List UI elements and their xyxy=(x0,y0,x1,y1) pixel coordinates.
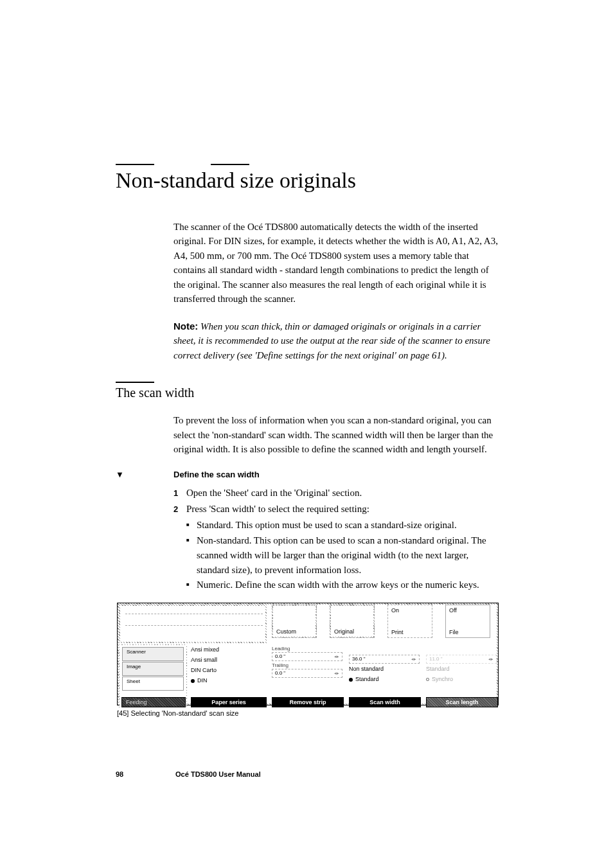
top-tab-original-label: Original xyxy=(334,628,354,635)
btn-paper-series: Paper series xyxy=(191,697,267,707)
paper-series-column: Ansi mixed Ansi small DIN Carto DIN xyxy=(191,644,267,696)
side-tab-sheet: Sheet xyxy=(122,677,184,691)
top-tab-print: OnPrint xyxy=(387,605,432,638)
top-tab-file: OffFile xyxy=(445,605,490,638)
opt-ansi-small: Ansi small xyxy=(191,655,267,665)
procedure-title: Define the scan width xyxy=(173,470,501,479)
opt-ansi-mixed: Ansi mixed xyxy=(191,644,267,655)
scanner-panel-figure: Custom Original OnPrint OffFile Scanner … xyxy=(117,603,499,705)
figure-caption: [45] Selecting 'Non-standard' scan size xyxy=(117,709,499,717)
page-title: Non-standard size originals xyxy=(116,168,501,194)
intro-paragraph: The scanner of the Océ TDS800 automatica… xyxy=(173,220,501,306)
step-1: 1 Open the 'Sheet' card in the 'Original… xyxy=(173,486,501,500)
stepper-icon: ◂▸ xyxy=(334,669,339,677)
leading-value: 0.0 "◂▸ xyxy=(272,652,342,661)
bullet-2: Non-standard. This option can be used to… xyxy=(186,533,501,578)
top-tab-file-status: Off xyxy=(449,607,457,614)
side-tab-scanner: Scanner xyxy=(122,647,184,661)
opt-din-label: DIN xyxy=(197,677,208,684)
step-1-number: 1 xyxy=(173,487,178,500)
bullet-3: Numeric. Define the scan width with the … xyxy=(186,578,501,592)
bullet-1: Standard. This option must be used to sc… xyxy=(186,518,501,533)
page-footer: 98 Océ TDS800 User Manual xyxy=(116,770,261,778)
opt-non-standard: Non standard xyxy=(349,664,420,674)
leading-label: Leading xyxy=(272,646,342,651)
opt-standard-label: Standard xyxy=(355,676,379,682)
step-2: 2 Press 'Scan width' to select the requi… xyxy=(173,502,501,517)
trailing-label: Trailing xyxy=(272,662,342,668)
opt-standard: Standard xyxy=(349,674,420,684)
scan-width-column: 36.0 "◂▸ Non standard Standard xyxy=(349,644,420,696)
opt-din: DIN xyxy=(191,675,267,686)
remove-strip-column: Leading 0.0 "◂▸ Trailing 0.0 "◂▸ xyxy=(272,644,342,696)
btn-remove-strip: Remove strip xyxy=(272,697,344,707)
title-rule-right xyxy=(211,164,249,165)
note-text: When you scan thick, thin or damaged ori… xyxy=(173,321,490,360)
opt-length-synchro: Synchro xyxy=(426,674,497,684)
panel-top-left-area xyxy=(119,605,267,643)
note-paragraph: Note: When you scan thick, thin or damag… xyxy=(173,319,501,363)
step-1-text: Open the 'Sheet' card in the 'Original' … xyxy=(186,488,362,498)
btn-scan-length: Scan length xyxy=(426,697,498,707)
note-label: Note: xyxy=(173,321,198,332)
opt-length-standard: Standard xyxy=(426,664,497,674)
top-tab-print-status: On xyxy=(391,607,399,614)
stepper-icon: ◂▸ xyxy=(411,655,416,663)
side-tab-image: Image xyxy=(122,662,184,676)
procedure-marker-icon: ▼ xyxy=(116,470,124,480)
side-tab-feeding: Feeding xyxy=(121,697,186,707)
scan-width-value: 36.0 "◂▸ xyxy=(349,655,420,664)
footer-text: Océ TDS800 User Manual xyxy=(175,770,261,778)
subsection-intro: To prevent the loss of information when … xyxy=(173,413,501,457)
stepper-icon: ◂▸ xyxy=(334,653,339,660)
opt-din-carto: DIN Carto xyxy=(191,665,267,675)
page-number: 98 xyxy=(116,770,173,778)
top-tab-file-label: File xyxy=(449,629,459,635)
scan-length-value: 11.0 "◂▸ xyxy=(426,655,497,664)
top-tab-original: Original xyxy=(330,605,375,638)
top-tab-custom: Custom xyxy=(272,605,317,638)
opt-synchro-label: Synchro xyxy=(432,676,453,682)
top-tab-print-label: Print xyxy=(391,629,404,635)
btn-scan-width: Scan width xyxy=(349,697,421,707)
top-tab-custom-label: Custom xyxy=(276,628,296,635)
subsection-rule xyxy=(116,382,154,383)
step-2-text: Press 'Scan width' to select the require… xyxy=(186,504,369,514)
panel-bottom-row: Feeding Paper series Remove strip Scan w… xyxy=(119,697,497,707)
stepper-icon: ◂▸ xyxy=(488,655,493,663)
scan-length-column: 11.0 "◂▸ Standard Synchro xyxy=(426,644,497,696)
step-2-number: 2 xyxy=(173,503,178,516)
trailing-value: 0.0 "◂▸ xyxy=(272,669,342,678)
subsection-title: The scan width xyxy=(116,385,501,400)
title-rule-left xyxy=(116,164,154,165)
